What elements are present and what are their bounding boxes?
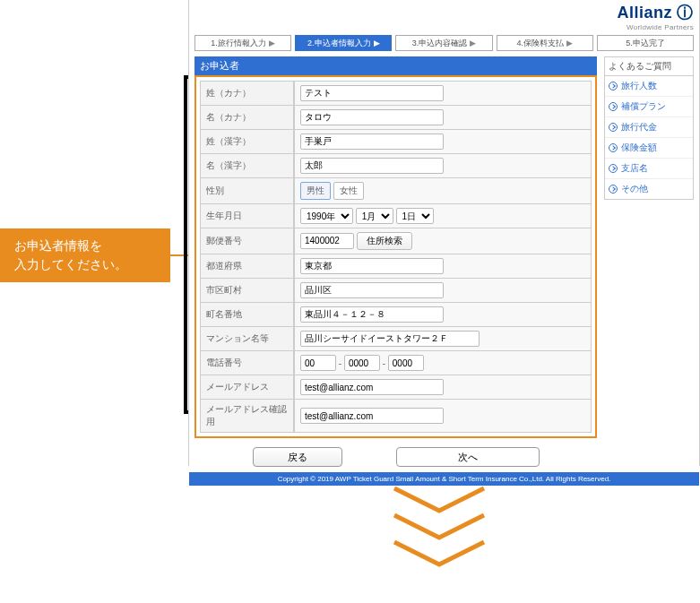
callout-line1: お申込者情報を (14, 237, 127, 255)
applicant-form: 姓（カナ） 名（カナ） 姓（漢字） 名（漢字） (194, 75, 597, 438)
postal-input[interactable] (300, 233, 354, 249)
faq-list: 旅行人数 補償プラン 旅行代金 保険金額 支店名 その他 (604, 76, 694, 200)
chevron-right-icon: ▶ (470, 39, 476, 47)
phone3-input[interactable] (388, 355, 424, 371)
label-building: マンション名等 (200, 327, 294, 351)
building-input[interactable] (300, 331, 480, 347)
sei-kanji-input[interactable] (300, 134, 444, 150)
brand-header: Allianz ⓘ Worldwide Partners (189, 0, 699, 31)
faq-item[interactable]: 旅行代金 (605, 116, 693, 137)
sei-kana-input[interactable] (300, 85, 444, 101)
pref-input[interactable] (300, 258, 444, 274)
gender-female-button[interactable]: 女性 (333, 182, 364, 200)
label-postal: 郵便番号 (200, 228, 294, 254)
app-window: Allianz ⓘ Worldwide Partners 1.旅行情報入力▶ 2… (188, 0, 700, 466)
chevron-right-icon: ▶ (566, 39, 573, 47)
chevron-right-icon: ▶ (374, 39, 380, 47)
step-3[interactable]: 3.申込内容確認▶ (395, 35, 492, 51)
birth-month-select[interactable]: 1月 (356, 208, 393, 224)
label-sei-kanji: 姓（漢字） (200, 130, 294, 154)
faq-item[interactable]: 旅行人数 (605, 76, 693, 96)
phone1-input[interactable] (300, 355, 336, 371)
faq-item[interactable]: その他 (605, 178, 693, 199)
gender-male-button[interactable]: 男性 (300, 182, 331, 200)
progress-stepper: 1.旅行情報入力▶ 2.申込者情報入力▶ 3.申込内容確認▶ 4.保険料支払▶ … (189, 31, 699, 55)
label-phone: 電話番号 (200, 351, 294, 375)
bullet-icon (609, 185, 618, 194)
mei-kanji-input[interactable] (300, 158, 444, 174)
email-confirm-input[interactable] (300, 408, 444, 424)
city-input[interactable] (300, 282, 444, 298)
label-email-confirm: メールアドレス確認用 (200, 400, 294, 433)
back-button[interactable]: 戻る (253, 447, 342, 467)
phone2-input[interactable] (344, 355, 380, 371)
step-5[interactable]: 5.申込完了 (597, 35, 694, 51)
label-city: 市区町村 (200, 279, 294, 303)
next-button[interactable]: 次へ (396, 447, 540, 467)
bullet-icon (609, 102, 618, 111)
label-street: 町名番地 (200, 303, 294, 327)
mei-kana-input[interactable] (300, 109, 444, 125)
callout-bracket (184, 75, 187, 414)
scroll-down-chevrons-icon (385, 484, 493, 582)
label-mei-kana: 名（カナ） (200, 106, 294, 130)
label-gender: 性別 (200, 178, 294, 204)
faq-item[interactable]: 支店名 (605, 158, 693, 178)
label-pref: 都道府県 (200, 254, 294, 279)
birth-year-select[interactable]: 1990年 (300, 208, 353, 224)
birth-day-select[interactable]: 1日 (396, 208, 434, 224)
step-2[interactable]: 2.申込者情報入力▶ (295, 35, 392, 51)
email-input[interactable] (300, 379, 444, 395)
callout-line2: 入力してください。 (14, 255, 127, 274)
label-sei-kana: 姓（カナ） (200, 81, 294, 106)
chevron-right-icon: ▶ (269, 39, 275, 47)
street-input[interactable] (300, 306, 444, 323)
brand-name: Allianz ⓘ (189, 2, 694, 23)
brand-sub: Worldwide Partners (189, 23, 694, 31)
faq-item[interactable]: 補償プラン (605, 96, 693, 116)
step-1[interactable]: 1.旅行情報入力▶ (194, 35, 291, 51)
address-search-button[interactable]: 住所検索 (357, 232, 412, 250)
step-4[interactable]: 4.保険料支払▶ (497, 35, 593, 51)
instruction-callout: お申込者情報を 入力してください。 (0, 228, 170, 282)
label-mei-kanji: 名（漢字） (200, 154, 294, 178)
label-email: メールアドレス (200, 375, 294, 400)
faq-item[interactable]: 保険金額 (605, 137, 693, 158)
bullet-icon (609, 164, 618, 173)
panel-title: お申込者 (194, 56, 597, 75)
bullet-icon (609, 123, 618, 132)
label-birth: 生年月日 (200, 204, 294, 228)
bullet-icon (609, 143, 618, 152)
bullet-icon (609, 82, 618, 90)
faq-header: よくあるご質問 (604, 56, 694, 76)
